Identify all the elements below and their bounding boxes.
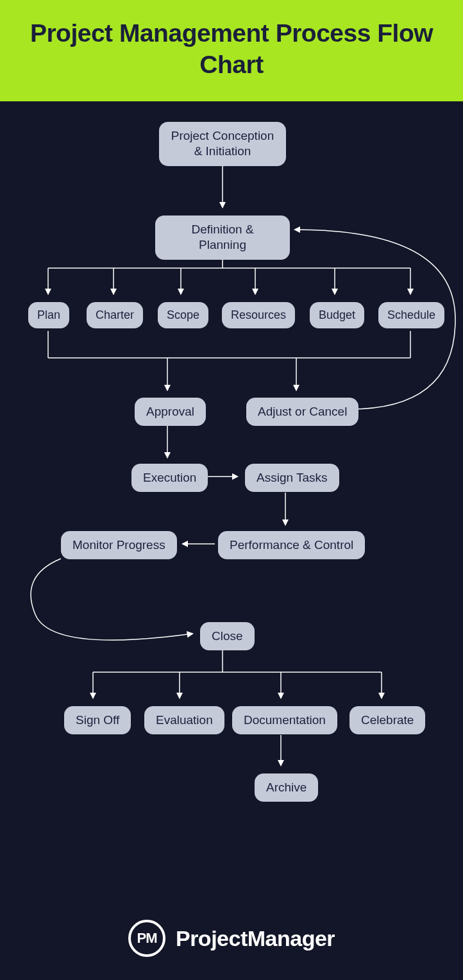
flowchart-canvas: Project Conception & Initiation Definiti… (0, 101, 463, 897)
node-budget: Budget (310, 302, 364, 328)
node-conception: Project Conception & Initiation (159, 122, 286, 166)
chart-title: Project Management Process Flow Chart (13, 18, 450, 81)
node-approval: Approval (135, 398, 206, 427)
node-charter: Charter (87, 302, 143, 328)
logo-initials: PM (137, 930, 156, 947)
header-banner: Project Management Process Flow Chart (0, 0, 463, 101)
logo-brand-name: ProjectManager (176, 926, 335, 951)
node-celebrate: Celebrate (349, 706, 425, 735)
node-evaluation: Evaluation (144, 706, 224, 735)
node-signoff: Sign Off (64, 706, 131, 735)
node-performance: Performance & Control (218, 531, 365, 560)
node-close: Close (200, 622, 255, 651)
footer-logo: PM ProjectManager (0, 897, 463, 980)
node-execution: Execution (131, 464, 208, 493)
node-archive: Archive (255, 773, 318, 802)
node-definition: Definition & Planning (155, 215, 290, 260)
node-documentation: Documentation (232, 706, 337, 735)
node-resources: Resources (222, 302, 295, 328)
node-schedule: Schedule (378, 302, 444, 328)
node-scope: Scope (158, 302, 208, 328)
logo-badge-icon: PM (128, 920, 165, 957)
node-adjust: Adjust or Cancel (246, 398, 358, 427)
node-plan: Plan (28, 302, 69, 328)
node-monitor: Monitor Progress (61, 531, 177, 560)
node-assign: Assign Tasks (245, 464, 339, 493)
